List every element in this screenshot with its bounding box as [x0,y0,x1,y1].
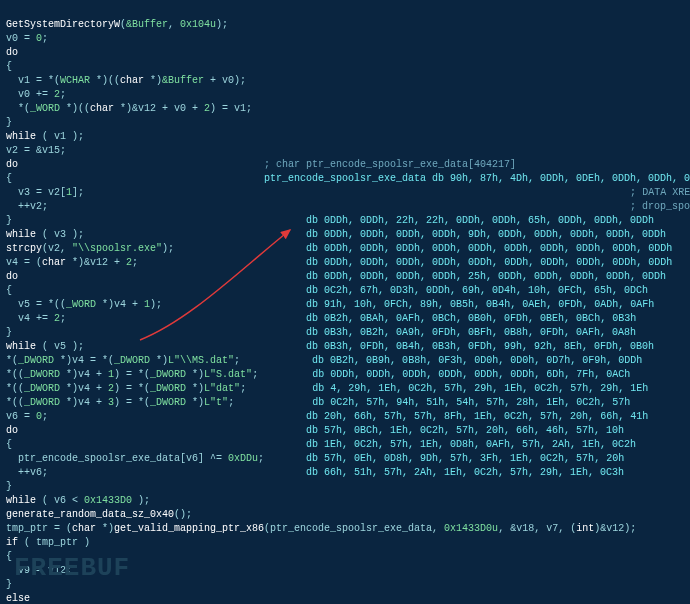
data-bytes: db 0B3h, 0FDh, 0B4h, 0B3h, 0FDh, 99h, 92… [306,341,654,352]
code-line: v1 = *(WCHAR *)((char *)&Buffer + v0); [6,75,246,86]
code-line: while ( v5 ); db 0B3h, 0FDh, 0B4h, 0B3h,… [6,341,654,352]
code-line: v4 = (char *)&v12 + 2; db 0DDh, 0DDh, 0D… [6,257,672,268]
code-line: v3 = v2[1]; ; DATA XREF: drop_spoolsr_ex… [6,187,690,198]
code-line: do db 0DDh, 0DDh, 0DDh, 0DDh, 25h, 0DDh,… [6,271,666,282]
data-bytes: db 0DDh, 0DDh, 0DDh, 0DDh, 0DDh, 0DDh, 6… [312,369,630,380]
code-line: strcpy(v2, "\\spoolsr.exe"); db 0DDh, 0D… [6,243,672,254]
code-line: ptr_encode_spoolsr_exe_data[v6] ^= 0xDDu… [6,453,624,464]
xref-comment: ; DATA XREF: drop_spoolsr_exe:loc_407C80… [444,187,690,198]
data-bytes: db 0C2h, 57h, 94h, 51h, 54h, 57h, 28h, 1… [312,397,630,408]
code-line: v4 += 2; db 0B2h, 0BAh, 0AFh, 0BCh, 0B0h… [6,313,636,324]
watermark: FREEBUF [14,550,130,586]
code-line: else [6,593,30,604]
data-bytes: db 1Eh, 0C2h, 57h, 1Eh, 0D8h, 0AFh, 57h,… [306,439,636,450]
code-line: v5 = *((_WORD *)v4 + 1); db 91h, 10h, 0F… [6,299,654,310]
code-line: { [6,61,12,72]
data-bytes: db 20h, 66h, 57h, 57h, 8Fh, 1Eh, 0C2h, 5… [306,411,648,422]
code-line: GetSystemDirectoryW(&Buffer, 0x104u); [6,19,228,30]
code-line: tmp_ptr = (char *)get_valid_mapping_ptr_… [6,523,636,534]
code-line: generate_random_data_sz_0x40(); [6,509,192,520]
xref-comment: ; char ptr_encode_spoolsr_exe_data[40421… [264,159,516,170]
code-line: *((_DWORD *)v4 + 1) = *(_DWORD *)L"S.dat… [6,369,630,380]
code-line: while ( v3 ); db 0DDh, 0DDh, 0DDh, 0DDh,… [6,229,666,240]
decompiler-view: GetSystemDirectoryW(&Buffer, 0x104u); v0… [0,0,690,604]
code-line: } [6,117,12,128]
data-bytes: db 0C2h, 67h, 0D3h, 0DDh, 69h, 0D4h, 10h… [306,285,648,296]
code-line: } [6,481,306,492]
code-line: { db 0C2h, 67h, 0D3h, 0DDh, 69h, 0D4h, 1… [6,285,648,296]
code-line: *(_DWORD *)v4 = *(_DWORD *)L"\\MS.dat"; … [6,355,642,366]
code-line: { ptr_encode_spoolsr_exe_data db 90h, 87… [6,173,690,184]
data-bytes: db 0DDh, 0DDh, 0DDh, 0DDh, 0DDh, 0DDh, 0… [306,243,672,254]
data-decl: ptr_encode_spoolsr_exe_data db 90h, 87h,… [264,173,690,184]
data-bytes: db 0DDh, 0DDh, 0DDh, 0DDh, 0DDh, 0DDh, 0… [306,257,672,268]
xref-comment: ; drop_spoolsr_exe+133↑o ... [444,201,690,212]
code-line: { db 1Eh, 0C2h, 57h, 1Eh, 0D8h, 0AFh, 57… [6,439,636,450]
code-line: *(_WORD *)((char *)&v12 + v0 + 2) = v1; [6,103,252,114]
data-bytes: db 57h, 0Eh, 0D8h, 9Dh, 57h, 3Fh, 1Eh, 0… [306,453,624,464]
code-line: v6 = 0; db 20h, 66h, 57h, 57h, 8Fh, 1Eh,… [6,411,648,422]
code-line: } [6,579,12,590]
code-line: do db 57h, 0BCh, 1Eh, 0C2h, 57h, 20h, 66… [6,425,624,436]
data-bytes: db 91h, 10h, 0FCh, 89h, 0B5h, 0B4h, 0AEh… [306,299,654,310]
code-line: while ( v6 < 0x1433D0 ); [6,495,150,506]
code-line: v0 += 2; [6,89,66,100]
code-line: if ( tmp_ptr ) [6,537,90,548]
code-line: while ( v1 ); [6,131,84,142]
code-line: } db 0B3h, 0B2h, 0A9h, 0FDh, 0BFh, 0B8h,… [6,327,636,338]
data-bytes: db 66h, 51h, 57h, 2Ah, 1Eh, 0C2h, 57h, 2… [306,467,624,478]
code-line: do ; char ptr_encode_spoolsr_exe_data[40… [6,159,516,170]
code-line: v0 = 0; [6,33,48,44]
code-line: v2 = &v15; [6,145,66,156]
data-bytes: db 0B2h, 0BAh, 0AFh, 0BCh, 0B0h, 0FDh, 0… [306,313,636,324]
code-line: ++v2; ; drop_spoolsr_exe+133↑o ... [6,201,690,212]
data-bytes: db 0DDh, 0DDh, 0DDh, 0DDh, 25h, 0DDh, 0D… [306,271,666,282]
code-line: ++v6; db 66h, 51h, 57h, 2Ah, 1Eh, 0C2h, … [6,467,624,478]
code-line: do [6,47,18,58]
data-bytes: db 0B2h, 0B9h, 0B8h, 0F3h, 0D0h, 0D0h, 0… [312,355,642,366]
data-bytes: db 4, 29h, 1Eh, 0C2h, 57h, 29h, 1Eh, 0C2… [312,383,648,394]
data-bytes: db 0DDh, 0DDh, 0DDh, 0DDh, 9Dh, 0DDh, 0D… [306,229,666,240]
data-bytes: db 57h, 0BCh, 1Eh, 0C2h, 57h, 20h, 66h, … [306,425,624,436]
code-line: { [6,551,12,562]
data-bytes: db 0DDh, 0DDh, 22h, 22h, 0DDh, 0DDh, 65h… [306,215,654,226]
code-line: *((_DWORD *)v4 + 2) = *(_DWORD *)L"dat";… [6,383,648,394]
code-line: } db 0DDh, 0DDh, 22h, 22h, 0DDh, 0DDh, 6… [6,215,654,226]
data-bytes: db 0B3h, 0B2h, 0A9h, 0FDh, 0BFh, 0B8h, 0… [306,327,636,338]
code-line: *((_DWORD *)v4 + 3) = *(_DWORD *)L"t"; d… [6,397,630,408]
